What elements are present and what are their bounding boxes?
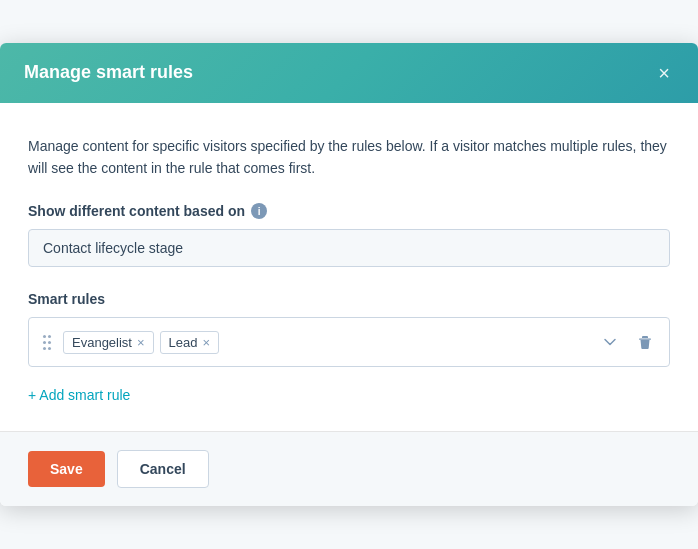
tag-evangelist-label: Evangelist <box>72 335 132 350</box>
tag-lead: Lead × <box>160 331 220 354</box>
drag-dots-row-3 <box>43 347 51 350</box>
tags-area: Evangelist × Lead × <box>63 326 589 358</box>
save-button[interactable]: Save <box>28 451 105 487</box>
tag-lead-remove[interactable]: × <box>203 336 211 349</box>
chevron-down-icon <box>603 335 617 349</box>
drag-dots-row-1 <box>43 335 51 338</box>
drag-dot <box>48 341 51 344</box>
dropdown-arrow-button[interactable] <box>597 333 623 351</box>
trash-icon <box>637 334 653 350</box>
modal-body: Manage content for specific visitors spe… <box>0 103 698 432</box>
tag-lead-label: Lead <box>169 335 198 350</box>
modal-title: Manage smart rules <box>24 62 193 83</box>
drag-dot <box>48 347 51 350</box>
drag-dot <box>43 347 46 350</box>
modal-footer: Save Cancel <box>0 431 698 506</box>
drag-dot <box>43 341 46 344</box>
tag-evangelist-remove[interactable]: × <box>137 336 145 349</box>
svg-rect-0 <box>639 339 651 340</box>
content-based-label-text: Show different content based on <box>28 203 245 219</box>
smart-rules-label: Smart rules <box>28 291 670 307</box>
smart-rules-section: Smart rules <box>28 291 670 367</box>
drag-handle[interactable] <box>39 333 55 352</box>
modal-header: Manage smart rules × <box>0 43 698 103</box>
tag-evangelist: Evangelist × <box>63 331 154 354</box>
content-based-label: Show different content based on i <box>28 203 670 219</box>
cancel-button[interactable]: Cancel <box>117 450 209 488</box>
description-text: Manage content for specific visitors spe… <box>28 135 670 180</box>
add-smart-rule-button[interactable]: + Add smart rule <box>28 383 130 407</box>
close-button[interactable]: × <box>654 61 674 85</box>
manage-smart-rules-modal: Manage smart rules × Manage content for … <box>0 43 698 507</box>
delete-rule-button[interactable] <box>631 330 659 354</box>
rule-row: Evangelist × Lead × <box>28 317 670 367</box>
info-icon: i <box>251 203 267 219</box>
drag-dot <box>48 335 51 338</box>
drag-dot <box>43 335 46 338</box>
drag-dots-row-2 <box>43 341 51 344</box>
content-based-value: Contact lifecycle stage <box>28 229 670 267</box>
